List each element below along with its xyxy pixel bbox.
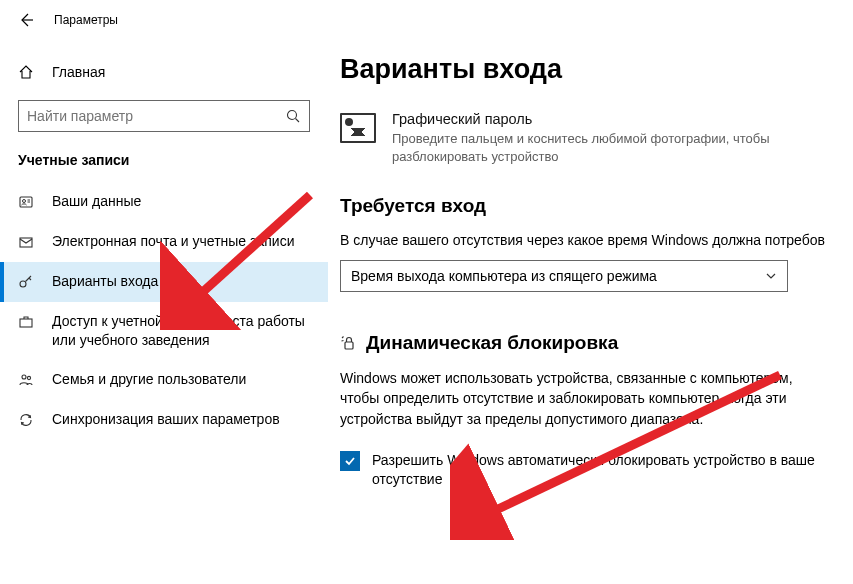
sidebar-item-label: Доступ к учетной записи места работы или… <box>52 312 310 350</box>
dynamic-lock-checkbox[interactable] <box>340 451 360 471</box>
people-icon <box>18 372 34 388</box>
sidebar-item-work-access[interactable]: Доступ к учетной записи места работы или… <box>0 302 328 360</box>
page-title: Варианты входа <box>340 54 853 85</box>
home-label: Главная <box>52 64 105 80</box>
search-box[interactable] <box>18 100 310 132</box>
dynamic-lock-desc: Windows может использовать устройства, с… <box>340 368 810 429</box>
person-icon <box>18 194 34 210</box>
category-title: Учетные записи <box>0 152 328 182</box>
svg-rect-1 <box>20 197 32 207</box>
svg-rect-8 <box>345 342 353 349</box>
dropdown-value: Время выхода компьютера из спящего режим… <box>351 268 765 284</box>
svg-point-7 <box>27 376 30 379</box>
sidebar-item-sync[interactable]: Синхронизация ваших параметров <box>0 400 328 440</box>
home-nav[interactable]: Главная <box>0 58 328 86</box>
app-title: Параметры <box>54 13 118 27</box>
dynamic-lock-checkbox-row[interactable]: Разрешить Windows автоматически блокиров… <box>340 451 830 489</box>
sidebar-item-label: Синхронизация ваших параметров <box>52 410 280 429</box>
dynamic-lock-icon <box>340 334 358 352</box>
svg-point-6 <box>22 375 26 379</box>
require-signin-title: Требуется вход <box>340 195 853 217</box>
home-icon <box>18 64 34 80</box>
nav-list: Ваши данные Электронная почта и учетные … <box>0 182 328 440</box>
option-title: Графический пароль <box>392 111 853 127</box>
sidebar-item-email[interactable]: Электронная почта и учетные записи <box>0 222 328 262</box>
key-icon <box>18 274 34 290</box>
mail-icon <box>18 234 34 250</box>
sidebar-item-label: Электронная почта и учетные записи <box>52 232 294 251</box>
sidebar-item-your-info[interactable]: Ваши данные <box>0 182 328 222</box>
svg-point-0 <box>288 111 297 120</box>
require-signin-desc: В случае вашего отсутствия через какое в… <box>340 231 853 250</box>
dynamic-lock-checkbox-label: Разрешить Windows автоматически блокиров… <box>372 451 830 489</box>
option-desc: Проведите пальцем и коснитесь любимой фо… <box>392 130 853 165</box>
search-input[interactable] <box>27 108 285 124</box>
sync-icon <box>18 412 34 428</box>
require-signin-dropdown[interactable]: Время выхода компьютера из спящего режим… <box>340 260 788 292</box>
sidebar-item-label: Ваши данные <box>52 192 141 211</box>
svg-point-4 <box>20 281 26 287</box>
sidebar-item-label: Семья и другие пользователи <box>52 370 246 389</box>
svg-point-2 <box>23 200 26 203</box>
svg-rect-5 <box>20 319 32 327</box>
back-button[interactable] <box>18 12 34 28</box>
sidebar-item-label: Варианты входа <box>52 272 158 291</box>
dynamic-lock-title-text: Динамическая блокировка <box>366 332 618 354</box>
search-icon <box>285 108 301 124</box>
briefcase-icon <box>18 314 34 330</box>
picture-password-option[interactable]: Графический пароль Проведите пальцем и к… <box>340 111 853 165</box>
sidebar-item-signin-options[interactable]: Варианты входа <box>0 262 328 302</box>
sidebar-item-family[interactable]: Семья и другие пользователи <box>0 360 328 400</box>
chevron-down-icon <box>765 270 777 282</box>
dynamic-lock-title: Динамическая блокировка <box>340 332 853 354</box>
picture-password-icon <box>340 113 376 143</box>
